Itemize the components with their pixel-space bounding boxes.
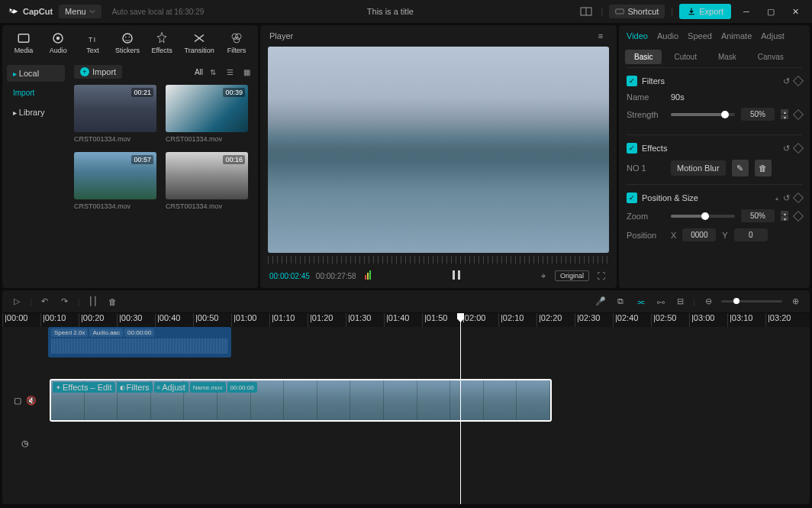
shortcut-button[interactable]: Shortcut <box>609 5 665 18</box>
subtab-mask[interactable]: Mask <box>709 50 746 64</box>
project-title[interactable]: This is a title <box>210 7 570 16</box>
close-button[interactable]: ✕ <box>786 7 804 17</box>
split-icon[interactable]: ⎮⎮ <box>86 296 100 306</box>
tab-media[interactable]: Media <box>8 30 39 56</box>
position-checkbox[interactable]: ✓ <box>627 193 637 203</box>
focus-icon[interactable]: ⌖ <box>536 271 550 281</box>
clip-dur-badge: 00:00:00 <box>227 382 257 393</box>
list-view-icon[interactable]: ☰ <box>223 68 237 76</box>
redo-icon[interactable]: ↷ <box>58 296 72 306</box>
effects-checkbox[interactable]: ✓ <box>627 143 637 154</box>
align-icon[interactable]: ⊟ <box>673 296 687 306</box>
svg-rect-16 <box>369 270 371 280</box>
svg-rect-2 <box>616 9 624 14</box>
export-button[interactable]: Export <box>679 4 731 19</box>
timeline-ruler[interactable]: |00:00|00:10|00:20|00:30|00:40|00:50|01:… <box>2 313 810 327</box>
pause-button[interactable] <box>450 270 463 282</box>
timeline-zoom-slider[interactable] <box>721 300 782 303</box>
reset-icon[interactable]: ↺ <box>783 76 790 86</box>
delete-icon[interactable]: 🗑 <box>106 297 120 306</box>
effects-title: Effects <box>642 144 778 153</box>
tab-speed[interactable]: Speed <box>688 31 712 40</box>
zoom-stepper[interactable]: ▴▾ <box>781 211 788 221</box>
player-menu-icon[interactable]: ≡ <box>594 31 607 40</box>
preview-area[interactable] <box>268 47 609 253</box>
subtab-basic[interactable]: Basic <box>625 50 662 64</box>
strength-value[interactable]: 50% <box>741 108 775 121</box>
clip-effects-badge[interactable]: ✦ Effects – Edit <box>53 382 115 393</box>
x-value[interactable]: 0000 <box>682 228 716 241</box>
fullscreen-icon[interactable]: ⛶ <box>594 271 607 280</box>
clip-filters-badge[interactable]: ◐ Filters <box>117 382 153 393</box>
zoom-in-icon[interactable]: ⊕ <box>788 296 802 306</box>
grid-view-icon[interactable]: ▦ <box>240 68 253 76</box>
original-button[interactable]: Original <box>555 270 589 281</box>
media-thumb[interactable]: 00:16CRST001334.mov <box>166 152 248 210</box>
playhead[interactable] <box>460 313 461 504</box>
zoom-value[interactable]: 50% <box>741 209 775 222</box>
subtab-canvas[interactable]: Canvas <box>749 50 793 64</box>
filters-checkbox[interactable]: ✓ <box>627 76 637 86</box>
sort-icon[interactable]: ⇅ <box>206 68 220 76</box>
clock-icon[interactable]: ◷ <box>21 438 29 448</box>
maximize-button[interactable]: ▢ <box>762 7 780 17</box>
sidebar-local[interactable]: ▸ Local <box>7 65 65 82</box>
tab-effects[interactable]: Effects <box>147 30 177 56</box>
video-track-head[interactable]: ▢🔇 <box>2 379 48 422</box>
edit-effect-icon[interactable]: ✎ <box>732 160 749 176</box>
magnet-icon[interactable]: ⫘ <box>633 297 647 306</box>
levels-icon[interactable] <box>362 270 376 281</box>
keyframe-icon[interactable] <box>793 76 804 86</box>
media-thumb[interactable]: 00:21CRST001334.mov <box>74 85 156 143</box>
chain-icon[interactable]: ⧟ <box>653 297 667 306</box>
media-thumb[interactable]: 00:39CRST001334.mov <box>166 85 248 143</box>
import-button[interactable]: +Import <box>74 65 122 79</box>
waveform <box>51 338 228 354</box>
mute-icon[interactable]: 🔇 <box>26 396 37 406</box>
tab-animate[interactable]: Animate <box>721 31 752 40</box>
keyframe-icon[interactable] <box>793 108 804 119</box>
tab-stickers[interactable]: Stickers <box>112 30 143 56</box>
position-title: Position & Size <box>642 193 771 202</box>
undo-icon[interactable]: ↶ <box>38 296 52 306</box>
player-ruler[interactable] <box>268 256 609 264</box>
tab-transition[interactable]: Transition <box>182 30 218 56</box>
audio-clip[interactable]: Speed 2.0x Audio.aac 00:00:00 <box>48 327 231 358</box>
link-icon[interactable]: ⧉ <box>614 296 627 306</box>
sidebar-import[interactable]: Import <box>7 85 65 101</box>
keyframe-icon[interactable] <box>793 143 804 154</box>
subtab-cutout[interactable]: Cutout <box>665 50 705 64</box>
lock-icon[interactable]: ▢ <box>14 396 21 406</box>
strength-slider[interactable] <box>671 113 735 116</box>
tab-adjust[interactable]: Adjust <box>761 31 785 40</box>
zoom-out-icon[interactable]: ⊖ <box>701 296 715 306</box>
minimize-button[interactable]: ─ <box>737 7 756 16</box>
filter-all[interactable]: All <box>195 68 203 76</box>
layout-icon[interactable] <box>577 2 595 21</box>
tab-filters[interactable]: Filters <box>221 30 252 56</box>
clip-adjust-badge[interactable]: ≡ Adjust <box>154 382 188 393</box>
svg-rect-17 <box>453 270 455 280</box>
tab-video[interactable]: Video <box>627 31 648 40</box>
select-tool-icon[interactable]: ▷ <box>10 296 24 306</box>
tab-text[interactable]: TIText <box>78 30 108 56</box>
keyframe-icon[interactable] <box>793 193 804 203</box>
reset-icon[interactable]: ↺ <box>783 193 790 203</box>
menu-button[interactable]: Menu <box>59 5 102 18</box>
strength-stepper[interactable]: ▴▾ <box>781 109 788 119</box>
svg-point-11 <box>232 34 238 40</box>
y-value[interactable]: 0 <box>734 228 768 241</box>
autosave-status: Auto save local at 16:30:29 <box>112 8 205 16</box>
video-clip[interactable]: ✦ Effects – Edit ◐ Filters ≡ Adjust Name… <box>50 379 552 422</box>
sidebar-library[interactable]: ▸ Library <box>7 104 65 121</box>
timeline-panel: ▷ | ↶ ↷ | ⎮⎮ 🗑 🎤 ⧉ ⫘ ⧟ ⊟ | ⊖ ⊕ |00:00|00… <box>2 290 810 504</box>
tab-audio-props[interactable]: Audio <box>657 31 678 40</box>
tab-audio[interactable]: Audio <box>43 30 73 56</box>
media-thumb[interactable]: 00:57CRST001334.mov <box>74 152 156 210</box>
reset-icon[interactable]: ↺ <box>783 144 790 154</box>
audio-track-head[interactable]: ◷ <box>2 422 48 464</box>
zoom-slider[interactable] <box>671 215 735 218</box>
delete-effect-icon[interactable]: 🗑 <box>755 160 772 176</box>
keyframe-icon[interactable] <box>793 210 804 221</box>
mic-icon[interactable]: 🎤 <box>594 296 607 306</box>
